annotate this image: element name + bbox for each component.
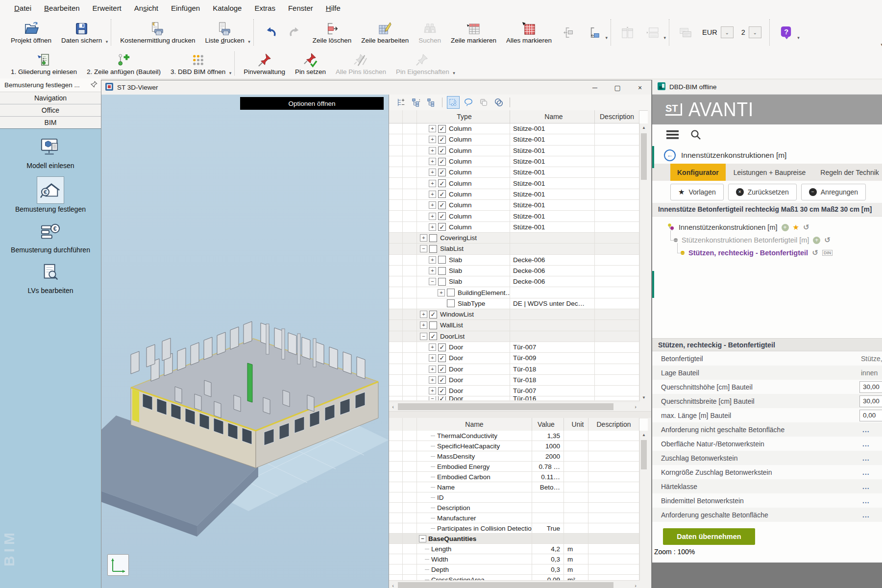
daten-sichern-button[interactable]: Daten sichern▾ bbox=[56, 19, 107, 46]
scroll-left-icon[interactable]: ‹ bbox=[389, 583, 397, 588]
tree-row[interactable]: +✓DoorTür-009 bbox=[389, 353, 639, 364]
projekt-öffnen-button[interactable]: Projekt öffnen bbox=[6, 19, 56, 46]
dropdown-arrow-icon[interactable]: ▾ bbox=[106, 39, 108, 44]
expand-icon[interactable]: + bbox=[429, 354, 436, 362]
property-row[interactable]: Width0,3m bbox=[389, 554, 639, 564]
viewport-3d[interactable]: Optionen öffnen bbox=[101, 95, 389, 588]
sidebar-item-modell-einlesen[interactable]: Modell einlesen bbox=[0, 136, 101, 170]
tree-row[interactable]: +✓ColumnStütze-001 bbox=[389, 167, 639, 178]
tree-row[interactable]: −SlabDecke-006 bbox=[389, 276, 639, 287]
pin-dock-icon[interactable] bbox=[91, 81, 98, 89]
add-circle-icon[interactable]: + bbox=[782, 224, 789, 231]
star-icon[interactable]: ★ bbox=[793, 223, 799, 232]
param-more-button[interactable]: ... bbox=[862, 483, 870, 490]
zurücksetzen-button[interactable]: ×Zurücksetzen bbox=[728, 184, 797, 200]
menu-extras[interactable]: Extras bbox=[248, 4, 282, 12]
expand-icon[interactable]: + bbox=[429, 158, 436, 165]
checkbox[interactable]: ✓ bbox=[438, 365, 446, 373]
chevron-down-icon[interactable]: ⌄ bbox=[749, 26, 761, 38]
tree-collapse-button[interactable] bbox=[557, 23, 582, 42]
submit-button[interactable]: Daten übernehmen bbox=[663, 528, 755, 545]
expand-icon[interactable]: + bbox=[429, 136, 436, 143]
tree-row[interactable]: +✓ColumnStütze-001 bbox=[389, 178, 639, 189]
checkbox[interactable]: ✓ bbox=[438, 147, 446, 154]
param-more-button[interactable]: ... bbox=[862, 440, 870, 448]
checkbox[interactable] bbox=[429, 245, 437, 253]
prop-vscrollbar[interactable]: ▲ bbox=[639, 431, 648, 580]
param-more-button[interactable]: ... bbox=[862, 511, 870, 519]
scroll-right-icon[interactable]: › bbox=[632, 404, 639, 410]
tree-row[interactable]: +✓ColumnStütze-001 bbox=[389, 211, 639, 221]
checkbox[interactable] bbox=[429, 321, 437, 329]
checkbox[interactable]: ✓ bbox=[438, 190, 446, 198]
prop-vscroll-thumb[interactable] bbox=[641, 440, 647, 469]
param-more-button[interactable]: ... bbox=[862, 497, 870, 505]
tree-row[interactable]: +✓DoorTür-018 bbox=[389, 364, 639, 375]
alles-markieren-button[interactable]: Alles markieren bbox=[501, 19, 557, 46]
tree-hscrollbar[interactable]: ‹ › bbox=[389, 401, 639, 411]
tree-row[interactable]: +✓ColumnStütze-001 bbox=[389, 134, 639, 145]
expand-icon[interactable]: + bbox=[429, 191, 436, 198]
zeile-markieren-button[interactable]: Zeile markieren bbox=[446, 19, 501, 46]
history-icon[interactable]: ↺ bbox=[824, 236, 831, 245]
expand-icon[interactable]: + bbox=[420, 311, 427, 318]
tree-row[interactable]: +✓ColumnStütze-001 bbox=[389, 146, 639, 156]
expand-icon[interactable]: + bbox=[429, 366, 436, 373]
1-gliederung-einlesen-button[interactable]: 1. Gliederung einlesen bbox=[6, 50, 82, 77]
checkbox[interactable] bbox=[438, 267, 446, 275]
close-button[interactable]: × bbox=[629, 80, 651, 95]
window-rows-button[interactable]: ▾ bbox=[640, 23, 665, 42]
checkbox[interactable]: ✓ bbox=[438, 354, 446, 362]
checkbox[interactable] bbox=[447, 299, 455, 307]
property-row[interactable]: ID bbox=[389, 492, 639, 503]
add-circle-icon[interactable]: + bbox=[813, 237, 820, 244]
expand-icon[interactable]: + bbox=[429, 201, 436, 209]
zeile-löschen-button[interactable]: Zeile löschen bbox=[308, 19, 357, 46]
param-more-button[interactable]: ... bbox=[862, 468, 870, 476]
menu-ansicht[interactable]: Ansicht bbox=[128, 4, 165, 12]
tree-hscroll-thumb[interactable] bbox=[398, 403, 613, 410]
tree-row[interactable]: +✓WindowList bbox=[389, 309, 639, 320]
checkbox[interactable]: ✓ bbox=[438, 376, 446, 384]
scroll-down-icon[interactable]: ▼ bbox=[640, 393, 648, 401]
tree-row[interactable]: +✓DoorTür-018 bbox=[389, 375, 639, 386]
dropdown-arrow-icon[interactable]: ▾ bbox=[453, 71, 455, 75]
tree-row[interactable]: −SlabList bbox=[389, 244, 639, 254]
tree-row[interactable]: +✓ColumnStütze-001 bbox=[389, 123, 639, 134]
property-row[interactable]: ThermalConductivity1,35 bbox=[389, 431, 639, 441]
anregungen-button[interactable]: −Anregungen bbox=[801, 184, 866, 200]
collapse-icon[interactable]: − bbox=[420, 245, 427, 252]
checkbox[interactable]: ✓ bbox=[438, 136, 446, 144]
redo-button[interactable] bbox=[283, 23, 308, 42]
2-combo[interactable]: 2⌄▾ bbox=[737, 26, 765, 38]
expand-icon[interactable]: + bbox=[429, 180, 436, 187]
property-row[interactable]: Length4,2m bbox=[389, 544, 639, 554]
tree-vscrollbar[interactable]: ▲ ▼ bbox=[639, 123, 648, 401]
checkbox[interactable]: ✓ bbox=[429, 311, 437, 318]
prop-hscroll-thumb[interactable] bbox=[398, 582, 613, 588]
sidebar-section-office[interactable]: Office bbox=[0, 104, 101, 117]
tree-row[interactable]: +✓ColumnStütze-001 bbox=[389, 189, 639, 200]
tree-flat-icon[interactable] bbox=[425, 97, 437, 108]
property-row[interactable]: SpecificHeatCapacity1000 bbox=[389, 441, 639, 451]
sidebar-item-lvs-bearbeiten[interactable]: LVs bearbeiten bbox=[0, 261, 101, 294]
tab-regeln-der-technik[interactable]: Regeln der Technik bbox=[813, 164, 882, 181]
tree-row[interactable]: +✓ColumnStütze-001 bbox=[389, 156, 639, 167]
expand-icon[interactable]: + bbox=[429, 376, 436, 384]
menu-kataloge[interactable]: Kataloge bbox=[206, 4, 248, 12]
zeile-bearbeiten-button[interactable]: Zeile bearbeiten bbox=[356, 19, 414, 46]
history-icon[interactable]: ↺ bbox=[803, 223, 809, 232]
tree-row[interactable]: +✓DoorTür-007 bbox=[389, 386, 639, 396]
scroll-up-icon[interactable]: ▲ bbox=[640, 431, 648, 439]
back-icon[interactable]: ← bbox=[664, 149, 676, 161]
property-row[interactable]: Description bbox=[389, 503, 639, 513]
checkbox[interactable] bbox=[438, 278, 446, 286]
tree-row[interactable]: +WallList bbox=[389, 320, 639, 331]
select-lasso-icon[interactable] bbox=[463, 97, 474, 108]
sidebar-item-bemusterung-durchführen[interactable]: €Bemusterung durchführen bbox=[0, 220, 101, 254]
eur-combo[interactable]: EUR⌄ bbox=[698, 26, 737, 38]
dropdown-arrow-icon[interactable]: ▾ bbox=[248, 39, 250, 44]
dropdown-arrow-icon[interactable]: ▾ bbox=[229, 71, 232, 75]
param-input[interactable]: 30,00 bbox=[859, 395, 882, 407]
menu-erweitert[interactable]: Erweitert bbox=[86, 4, 128, 12]
